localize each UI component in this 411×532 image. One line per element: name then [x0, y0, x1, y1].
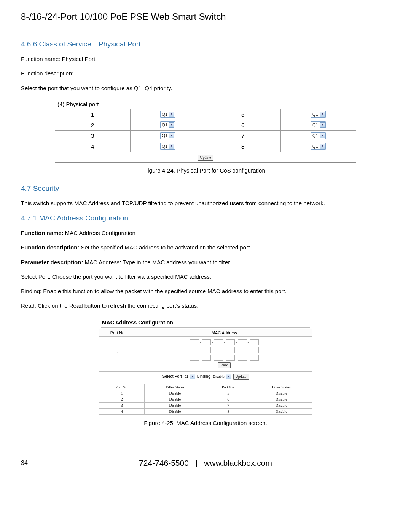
chevron-down-icon: ▾: [169, 133, 174, 138]
priority-dropdown[interactable]: Q1▾: [160, 132, 175, 139]
status-cell: 6: [206, 396, 251, 402]
heading-471: 4.7.1 MAC Address Configuration: [21, 214, 390, 222]
port-number: 2: [55, 120, 131, 131]
fn-desc-label: Function description:: [21, 244, 81, 251]
status-header: Filter Status: [145, 384, 206, 390]
priority-dropdown[interactable]: Q1▾: [160, 121, 175, 128]
dash-separator: -: [212, 340, 213, 344]
mac-octet-input[interactable]: [202, 347, 211, 353]
heading-466: 4.6.6 Class of Service—Physical Port: [21, 40, 390, 48]
mac-octet-input[interactable]: [250, 355, 259, 361]
footer: 34 724-746-5500 | www.blackbox.com: [21, 459, 390, 468]
fn-name-466: Function name: Physical Port: [21, 55, 390, 63]
fn-desc-val: Set the specified MAC address to be acti…: [81, 244, 252, 251]
priority-value: Q1: [162, 133, 167, 138]
select-port-dropdown[interactable]: 01 ▾: [183, 374, 196, 379]
priority-dropdown[interactable]: Q1▾: [160, 111, 175, 118]
chevron-down-icon: ▾: [169, 144, 174, 149]
status-cell: Disable: [145, 390, 206, 396]
status-cell: 2: [99, 396, 145, 402]
status-cell: Disable: [251, 402, 312, 408]
binding-label: Binding: [197, 374, 210, 379]
dash-separator: -: [200, 340, 201, 344]
mac-octet-input[interactable]: [190, 339, 199, 345]
chevron-down-icon: ▾: [320, 133, 325, 138]
dash-separator: -: [236, 340, 237, 344]
dash-separator: -: [236, 355, 237, 359]
mac-octet-input[interactable]: [214, 339, 223, 345]
status-cell: 5: [206, 390, 251, 396]
dash-separator: -: [248, 355, 249, 359]
dash-separator: -: [212, 348, 213, 352]
priority-value: Q1: [162, 144, 167, 149]
mac-controls: Select Port 01 ▾ Binding Disable ▾ Updat…: [99, 371, 312, 382]
mac-octet-input[interactable]: [250, 339, 259, 345]
priority-dropdown[interactable]: Q1▾: [311, 143, 326, 150]
dash-separator: -: [212, 355, 213, 359]
sec47-text: This switch supports MAC Address and TCP…: [21, 200, 390, 207]
physical-port-panel: (4) Physical port 1Q1▾5Q1▾2Q1▾6Q1▾3Q1▾7Q…: [55, 99, 356, 163]
top-rule: [21, 29, 390, 29]
mac-octet-input[interactable]: [214, 347, 223, 353]
status-cell: 1: [99, 390, 145, 396]
status-cell: 3: [99, 402, 145, 408]
select-port-text: Select Port: Choose the port you want to…: [21, 273, 390, 281]
fn-desc-466: Function description:: [21, 70, 390, 77]
priority-dropdown[interactable]: Q1▾: [311, 111, 326, 118]
binding-dropdown[interactable]: Disable ▾: [212, 374, 232, 379]
heading-47: 4.7 Security: [21, 184, 390, 193]
select-port-value: 01: [185, 374, 188, 379]
port-number: 1: [55, 109, 131, 120]
dash-separator: -: [248, 340, 249, 344]
status-header: Port No.: [99, 384, 145, 390]
mac-octet-input[interactable]: [202, 355, 211, 361]
mac-octet-input[interactable]: [226, 347, 235, 353]
status-cell: Disable: [145, 408, 206, 414]
bottom-rule: [21, 453, 390, 453]
param-val: MAC Address: Type in the MAC address you…: [85, 259, 231, 265]
port-number: 8: [206, 141, 281, 152]
footer-sep: |: [195, 459, 197, 467]
chevron-down-icon: ▾: [169, 122, 174, 128]
mac-octet-input[interactable]: [226, 339, 235, 345]
footer-phone: 724-746-5500: [139, 459, 189, 467]
update-button[interactable]: Update: [198, 155, 213, 161]
status-cell: 8: [206, 408, 251, 414]
dash-separator: -: [248, 348, 249, 352]
mac-update-button[interactable]: Update: [233, 374, 249, 380]
dash-separator: -: [200, 355, 201, 359]
pp-title: (4) Physical port: [55, 99, 356, 109]
mac-title-rule: [101, 327, 310, 328]
mac-hdr-mac: MAC Address: [137, 329, 312, 336]
priority-dropdown[interactable]: Q1▾: [311, 121, 326, 128]
mac-octet-input[interactable]: [190, 355, 199, 361]
dash-separator: -: [236, 348, 237, 352]
mac-octet-input[interactable]: [238, 347, 247, 353]
mac-title: MAC Address Configuration: [99, 317, 312, 327]
priority-value: Q1: [312, 144, 318, 149]
status-header: Port No.: [206, 384, 251, 390]
param-desc-471: Parameter description: MAC Address: Type…: [21, 259, 390, 266]
priority-dropdown[interactable]: Q1▾: [311, 132, 326, 139]
mac-octet-input[interactable]: [238, 339, 247, 345]
page-number: 34: [21, 460, 44, 466]
chevron-down-icon: ▾: [226, 374, 231, 379]
fn-name-label: Function name:: [21, 230, 65, 236]
status-cell: Disable: [145, 402, 206, 408]
port-number: 3: [55, 131, 131, 141]
mac-octet-input[interactable]: [214, 355, 223, 361]
mac-octet-input[interactable]: [250, 347, 259, 353]
mac-octet-input[interactable]: [238, 355, 247, 361]
mac-port-val: 1: [99, 336, 137, 371]
chevron-down-icon: ▾: [320, 122, 325, 128]
port-number: 4: [55, 141, 131, 152]
status-header: Filter Status: [251, 384, 312, 390]
doc-title: 8-/16-/24-Port 10/100 PoE PSE Web Smart …: [21, 11, 390, 22]
mac-octet-input[interactable]: [202, 339, 211, 345]
dash-separator: -: [224, 340, 225, 344]
status-cell: Disable: [251, 396, 312, 402]
mac-octet-input[interactable]: [190, 347, 199, 353]
read-button[interactable]: Read: [218, 362, 231, 368]
priority-dropdown[interactable]: Q1▾: [160, 143, 175, 150]
mac-octet-input[interactable]: [226, 355, 235, 361]
